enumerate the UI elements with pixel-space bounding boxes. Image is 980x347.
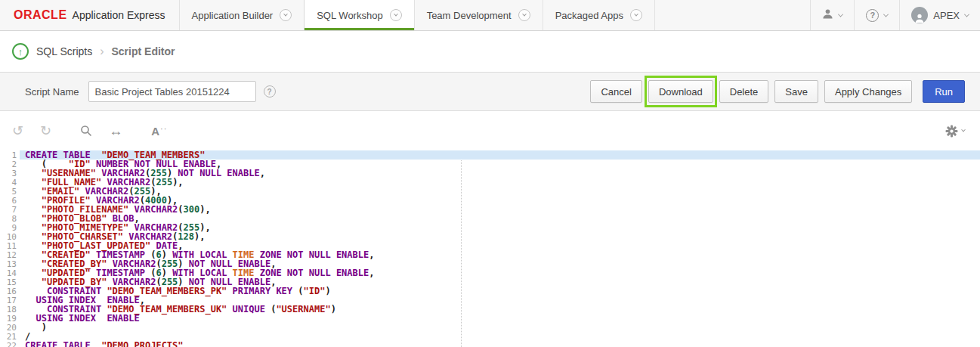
top-navigation-bar: ORACLE Application Express Application B… [0,0,980,31]
script-name-label: Script Name [25,86,79,98]
breadcrumb-separator-icon: › [100,45,104,58]
code-lines[interactable]: CREATE TABLE "DEMO_TEAM_MEMBERS" ( "ID" … [20,150,980,347]
line-number: 20 [0,323,17,332]
line-number: 4 [0,178,17,187]
script-name-input[interactable] [88,81,256,102]
user-name: APEX [933,10,960,21]
code-line[interactable]: ) [20,323,980,332]
line-number: 14 [0,268,17,277]
product-name: Application Express [73,9,165,21]
download-button[interactable]: Download [648,80,713,103]
line-number: 10 [0,232,17,241]
undo-icon[interactable]: ↺ [12,124,23,138]
apply-changes-button[interactable]: Apply Changes [824,80,912,103]
help-icon[interactable]: ? [264,85,276,98]
tab-sql-workshop[interactable]: SQL Workshop [304,0,413,30]
line-number: 12 [0,250,17,259]
line-number: 16 [0,287,17,296]
tab-label: Packaged Apps [555,10,623,21]
script-editor: ↺ ↻ ↔ A·· 123456789101112131415161718192… [0,111,980,347]
delete-button[interactable]: Delete [719,80,769,103]
code-line[interactable]: CONSTRAINT "DEMO_TEAM_MEMBERS_UK" UNIQUE… [20,305,980,314]
help-icon: ? [866,9,879,22]
editor-toolbar: ↺ ↻ ↔ A·· [0,111,980,150]
redo-icon[interactable]: ↻ [40,124,51,138]
code-line[interactable]: "FULL_NAME" VARCHAR2(255), [20,178,980,187]
avatar [911,7,928,23]
line-number: 13 [0,259,17,268]
font-letter: A [151,125,159,137]
line-number: 8 [0,214,17,223]
breadcrumb-current: Script Editor [112,45,175,57]
line-number: 5 [0,187,17,196]
line-number: 6 [0,196,17,205]
admin-menu[interactable] [810,0,854,30]
apex-app: ORACLE Application Express Application B… [0,0,980,347]
search-icon[interactable] [80,125,92,137]
oracle-brand: ORACLE [14,8,67,22]
chevron-down-icon [883,11,889,17]
line-number: 21 [0,332,17,341]
breadcrumb-sql-scripts[interactable]: SQL Scripts [36,45,92,57]
up-arrow-icon[interactable]: ↑ [12,43,29,60]
script-toolbar: Script Name ? Cancel Download Delete Sav… [0,72,980,111]
run-button[interactable]: Run [923,80,965,103]
tab-packaged-apps[interactable]: Packaged Apps [543,0,655,30]
chevron-down-icon [838,11,843,17]
header-spacer [655,0,810,30]
line-number: 22 [0,341,17,347]
code-line[interactable]: USING INDEX ENABLE [20,314,980,323]
tab-label: Application Builder [192,10,274,21]
line-number: 2 [0,160,17,169]
font-size-icon[interactable]: A·· [151,125,167,137]
help-menu[interactable]: ? [854,0,899,30]
line-number: 19 [0,314,17,323]
gutter: 12345678910111213141516171819202122 [0,150,20,347]
line-number: 17 [0,296,17,305]
chevron-down-icon [961,128,966,132]
line-number: 18 [0,305,17,314]
font-dots: ·· [160,125,167,133]
download-button-wrap: Download [648,80,713,103]
code-line[interactable]: CONSTRAINT "DEMO_TEAM_MEMBERS_PK" PRIMAR… [20,287,980,296]
line-number: 9 [0,223,17,232]
line-number: 11 [0,241,17,250]
chevron-down-icon[interactable] [518,9,530,21]
main-tabs: Application Builder SQL Workshop Team De… [179,0,655,30]
line-number: 7 [0,205,17,214]
line-number: 15 [0,277,17,287]
tab-label: Team Development [427,10,512,21]
tab-team-development[interactable]: Team Development [414,0,543,30]
code-line[interactable]: CREATE TABLE "DEMO_PROJECTS" [20,341,980,347]
breadcrumb: ↑ SQL Scripts › Script Editor [0,31,980,72]
find-replace-icon[interactable]: ↔ [109,124,122,138]
chevron-down-icon[interactable] [280,9,292,21]
line-number: 1 [0,150,17,160]
chevron-down-icon[interactable] [630,9,642,21]
settings-gear-icon[interactable] [945,125,965,138]
code-area[interactable]: 12345678910111213141516171819202122 CREA… [0,150,980,347]
save-button[interactable]: Save [774,80,818,103]
admin-user-icon [822,8,833,23]
user-menu[interactable]: APEX [899,0,980,30]
chevron-down-icon [964,11,969,17]
line-number: 3 [0,169,17,178]
code-line[interactable]: "PHOTO_FILENAME" VARCHAR2(300), [20,205,980,214]
oracle-logo[interactable]: ORACLE Application Express [0,0,179,30]
chevron-down-icon[interactable] [390,9,402,21]
cancel-button[interactable]: Cancel [590,80,641,103]
tab-label: SQL Workshop [317,10,382,21]
tab-application-builder[interactable]: Application Builder [179,0,305,30]
